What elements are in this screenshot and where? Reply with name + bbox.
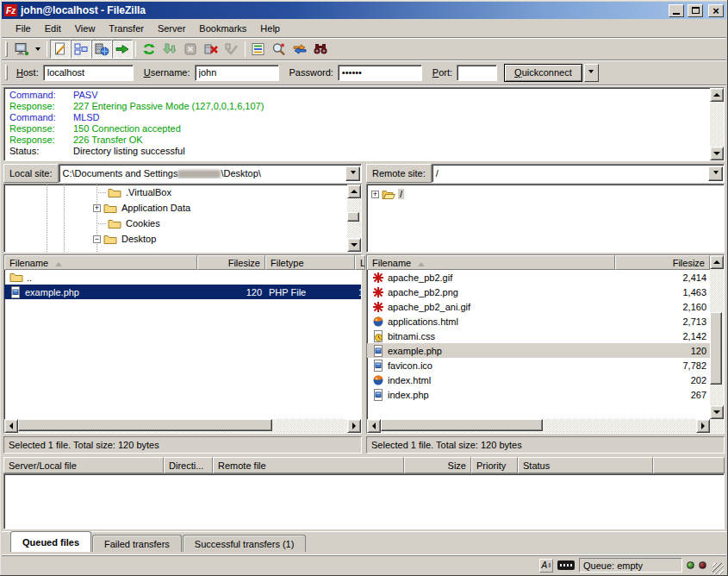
file-row[interactable]: apache_pb2_ani.gif 2,160 xyxy=(367,299,710,314)
tree-item-application-data[interactable]: Application Data xyxy=(93,200,192,216)
scroll-right-button[interactable] xyxy=(347,419,361,433)
remote-site-combo[interactable]: / xyxy=(432,164,725,183)
scroll-thumb[interactable] xyxy=(18,419,272,431)
find-files-button[interactable] xyxy=(310,40,331,59)
refresh-button[interactable] xyxy=(139,40,159,59)
column-header-direction[interactable]: Directi... xyxy=(164,457,213,473)
column-header-filesize[interactable]: Filesize xyxy=(615,255,710,270)
file-row-example-php[interactable]: example.php 120 PHP File 1 xyxy=(4,285,361,299)
file-row-selected[interactable]: example.php 120 xyxy=(367,343,710,358)
file-row[interactable]: index.html 202 xyxy=(367,373,710,387)
local-treeview-toggle-button[interactable] xyxy=(71,40,91,59)
column-header-filesize[interactable]: Filesize xyxy=(197,255,265,270)
scroll-up-button[interactable] xyxy=(710,88,724,102)
queue-body[interactable] xyxy=(3,473,725,529)
resize-grip[interactable] xyxy=(712,563,724,574)
file-row[interactable]: applications.html 2,713 xyxy=(367,314,710,329)
toolbar-grip[interactable] xyxy=(5,41,8,57)
local-site-path[interactable]: C:\Documents and Settings\Desktop\ xyxy=(59,168,345,178)
tree-item-virtualbox[interactable]: .VirtualBox xyxy=(96,185,173,200)
quickconnect-button[interactable]: Quickconnect xyxy=(504,64,582,82)
scroll-right-button[interactable] xyxy=(696,419,710,433)
process-queue-button[interactable] xyxy=(159,40,180,59)
menu-bookmarks[interactable]: Bookmarks xyxy=(192,21,253,36)
column-header-remote-file[interactable]: Remote file xyxy=(213,457,404,473)
scroll-track[interactable] xyxy=(18,419,347,433)
scroll-track[interactable] xyxy=(710,102,724,147)
scroll-track[interactable] xyxy=(347,198,361,238)
file-row[interactable]: favicon.ico 7,782 xyxy=(367,358,710,373)
local-site-combo[interactable]: C:\Documents and Settings\Desktop\ xyxy=(59,164,362,183)
column-header-status[interactable]: Status xyxy=(518,457,653,473)
column-header-filetype[interactable]: Filetype xyxy=(265,255,355,270)
password-input[interactable] xyxy=(338,65,422,81)
scroll-thumb[interactable] xyxy=(710,312,722,385)
column-header-size[interactable]: Size xyxy=(404,457,471,473)
site-manager-dropdown-button[interactable] xyxy=(32,40,44,59)
tree-item-cookies[interactable]: Cookies xyxy=(96,216,162,231)
menu-edit[interactable]: Edit xyxy=(38,21,68,36)
scroll-down-button[interactable] xyxy=(347,238,361,252)
quickconnect-dropdown-button[interactable] xyxy=(584,64,599,82)
scroll-track[interactable] xyxy=(381,419,696,433)
site-manager-button[interactable] xyxy=(11,40,32,59)
tab-failed-transfers[interactable]: Failed transfers xyxy=(92,535,182,552)
quickconnect-grip[interactable] xyxy=(5,65,8,80)
file-row[interactable]: apache_pb2.gif 2,414 xyxy=(367,270,710,285)
reconnect-button[interactable] xyxy=(221,40,242,59)
directory-comparison-button[interactable] xyxy=(269,40,289,59)
tree-item-root[interactable]: / xyxy=(371,186,404,202)
local-site-dropdown-button[interactable] xyxy=(345,166,360,181)
column-header-server-local-file[interactable]: Server/Local file xyxy=(3,457,164,473)
username-input[interactable] xyxy=(195,65,279,81)
scroll-thumb[interactable] xyxy=(347,212,359,222)
close-button[interactable] xyxy=(708,4,724,17)
tab-successful-transfers[interactable]: Successful transfers (1) xyxy=(183,535,307,552)
remote-treeview-toggle-button[interactable] xyxy=(91,40,112,59)
scroll-left-button[interactable] xyxy=(367,419,381,433)
scroll-down-button[interactable] xyxy=(710,147,724,160)
scroll-track[interactable] xyxy=(710,269,724,405)
directory-filters-button[interactable] xyxy=(248,40,269,59)
expand-plus-icon[interactable] xyxy=(371,191,379,198)
column-header-filename[interactable]: Filename xyxy=(4,255,197,270)
file-row[interactable]: apache_pb2.png 1,463 xyxy=(367,285,710,299)
transfer-queue-toggle-button[interactable] xyxy=(112,40,133,59)
local-horizontal-scrollbar[interactable] xyxy=(4,419,361,433)
column-header-priority[interactable]: Priority xyxy=(471,457,518,473)
minimize-button[interactable] xyxy=(669,4,684,17)
scroll-thumb[interactable] xyxy=(381,419,543,431)
scroll-up-button[interactable] xyxy=(710,255,724,269)
scroll-down-button[interactable] xyxy=(710,405,724,419)
synchronized-browsing-button[interactable] xyxy=(289,40,310,59)
column-header-filename[interactable]: Filename xyxy=(367,255,615,270)
expand-plus-icon[interactable] xyxy=(93,204,101,212)
scroll-up-button[interactable] xyxy=(347,185,361,198)
menu-transfer[interactable]: Transfer xyxy=(102,21,151,36)
scroll-left-button[interactable] xyxy=(4,419,18,433)
menu-view[interactable]: View xyxy=(68,21,103,36)
host-input[interactable] xyxy=(43,65,134,81)
remote-site-path[interactable]: / xyxy=(432,168,707,178)
cancel-button[interactable] xyxy=(180,40,201,59)
local-tree-scrollbar[interactable] xyxy=(347,185,361,252)
speed-limit-icon[interactable] xyxy=(557,560,575,570)
file-row-parent-dir[interactable]: .. xyxy=(4,270,361,285)
menu-server[interactable]: Server xyxy=(151,21,192,36)
file-row[interactable]: bitnami.css 2,142 xyxy=(367,329,710,343)
remote-vertical-scrollbar[interactable] xyxy=(710,255,724,433)
remote-horizontal-scrollbar[interactable] xyxy=(367,419,710,433)
menu-file[interactable]: File xyxy=(9,21,38,36)
tree-item-desktop[interactable]: Desktop xyxy=(93,231,158,247)
tab-queued-files[interactable]: Queued files xyxy=(10,531,91,552)
port-input[interactable] xyxy=(457,65,497,81)
message-log-toggle-button[interactable] xyxy=(50,40,71,59)
log-scrollbar[interactable] xyxy=(710,88,724,160)
maximize-button[interactable] xyxy=(688,4,703,17)
menu-help[interactable]: Help xyxy=(253,21,287,36)
file-row[interactable]: index.php 267 xyxy=(367,387,710,402)
expand-minus-icon[interactable] xyxy=(93,235,101,243)
transfer-type-indicator[interactable]: A‖ xyxy=(539,559,553,573)
remote-site-dropdown-button[interactable] xyxy=(708,166,723,181)
disconnect-button[interactable] xyxy=(201,40,221,59)
